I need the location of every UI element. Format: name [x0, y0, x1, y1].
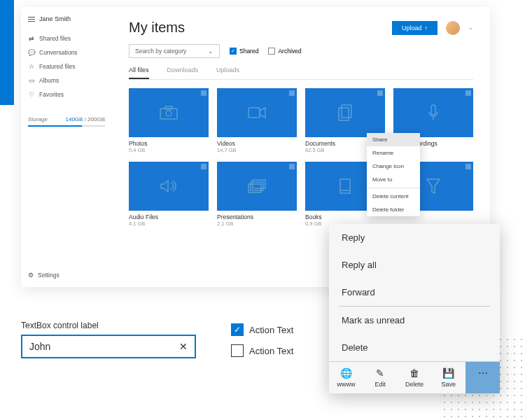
textbox-label: TextBox control label	[21, 321, 196, 330]
menu-mark-unread[interactable]: Mark as unread	[329, 307, 500, 334]
checkbox-icon: ✓	[231, 323, 244, 336]
document-icon	[337, 104, 353, 122]
nav-conversations[interactable]: 💬Conversations	[28, 46, 105, 59]
svg-rect-6	[431, 105, 435, 115]
upload-button[interactable]: Upload ↑	[392, 21, 438, 35]
tile-grid: Photos 5,4 GB Videos 14,7 GB Documents 8…	[129, 88, 473, 227]
globe-icon: 🌐	[340, 368, 352, 379]
menu-reply-all[interactable]: Reply all	[329, 251, 500, 279]
nav-favorites[interactable]: ♡Favorites	[28, 88, 105, 101]
tabs: All files Downloads Uploads	[129, 66, 473, 80]
book-icon	[338, 178, 352, 195]
ctx-rename[interactable]: Rename	[367, 146, 420, 160]
clear-icon[interactable]: ✕	[179, 341, 188, 352]
svg-point-1	[166, 111, 172, 116]
svg-rect-2	[165, 106, 172, 109]
video-icon	[247, 106, 267, 119]
menu-toolbar: 🌐wwww ✎Edit 🗑Delete 💾Save ⋯	[329, 361, 500, 393]
tile-context-menu: Share Rename Change icon Move to Delete …	[367, 133, 420, 216]
user-name: Jane Smith	[39, 15, 71, 22]
toolbar-delete[interactable]: 🗑Delete	[398, 362, 432, 393]
chat-icon: 💬	[28, 49, 35, 56]
heart-icon: ♡	[28, 91, 35, 98]
storage-bar	[28, 125, 105, 127]
checkbox-demo: ✓ Action Text Action Text	[231, 323, 293, 365]
ctx-move-to[interactable]: Move to	[367, 173, 420, 186]
svg-rect-4	[342, 105, 351, 118]
action-unchecked[interactable]: Action Text	[231, 344, 293, 357]
nav-list: ⇄Shared files 💬Conversations ☆Featured f…	[28, 32, 105, 102]
storage-section: Storage 140GB / 200GB	[28, 116, 105, 127]
tab-all-files[interactable]: All files	[129, 66, 149, 79]
menu-forward[interactable]: Forward	[329, 279, 500, 306]
ctx-delete-content[interactable]: Delete content	[367, 190, 420, 203]
sidebar-header: Jane Smith	[28, 15, 105, 22]
toolbar-edit[interactable]: ✎Edit	[363, 362, 398, 393]
tile-audio[interactable]: Audio Files 4,1 GB	[129, 162, 209, 227]
settings-link[interactable]: ⚙ Settings	[28, 272, 105, 279]
action-checked[interactable]: ✓ Action Text	[231, 323, 293, 336]
mic-icon	[427, 104, 440, 122]
slides-icon	[247, 178, 267, 194]
textbox-demo: TextBox control label John ✕	[21, 321, 196, 358]
tile-presentations[interactable]: Presentations 2,1 GB	[217, 162, 297, 227]
checkbox-icon	[231, 344, 244, 357]
storage-total: 200GB	[88, 116, 105, 122]
album-icon: ▭	[28, 77, 35, 84]
hamburger-icon[interactable]	[28, 17, 35, 22]
sidebar: Jane Smith ⇄Shared files 💬Conversations …	[21, 7, 112, 287]
star-icon: ☆	[28, 63, 35, 70]
tab-uploads[interactable]: Uploads	[216, 66, 239, 79]
message-context-menu: Reply Reply all Forward Mark as unread D…	[329, 224, 500, 393]
page-title: My items	[129, 20, 185, 36]
archived-checkbox[interactable]: Archived	[268, 48, 301, 55]
gear-icon: ⚙	[28, 272, 34, 279]
toolbar-more[interactable]: ⋯	[465, 362, 500, 393]
menu-delete[interactable]: Delete	[329, 334, 500, 361]
more-icon: ⋯	[478, 368, 488, 379]
upload-icon: ↑	[425, 24, 428, 31]
textbox-input[interactable]: John ✕	[21, 335, 196, 358]
accent-block	[0, 0, 14, 105]
nav-featured[interactable]: ☆Featured files	[28, 60, 105, 73]
checkbox-icon	[268, 48, 275, 55]
tile-photos[interactable]: Photos 5,4 GB	[129, 88, 209, 153]
ctx-delete-folder[interactable]: Delete folder	[367, 203, 420, 216]
toolbar-www[interactable]: 🌐wwww	[329, 362, 363, 393]
toolbar-save[interactable]: 💾Save	[431, 362, 465, 393]
menu-reply[interactable]: Reply	[329, 224, 500, 251]
trash-icon: 🗑	[410, 368, 419, 379]
funnel-icon	[426, 178, 441, 195]
ctx-share[interactable]: Share	[367, 133, 420, 146]
svg-rect-11	[340, 179, 350, 193]
tab-downloads[interactable]: Downloads	[167, 66, 199, 79]
nav-shared-files[interactable]: ⇄Shared files	[28, 32, 105, 45]
tile-videos[interactable]: Videos 14,7 GB	[217, 88, 297, 153]
category-select[interactable]: Search by category ⌄	[129, 44, 220, 58]
chevron-down-icon: ⌄	[208, 48, 214, 55]
divider	[367, 188, 420, 188]
share-icon: ⇄	[28, 35, 35, 42]
save-icon: 💾	[442, 368, 454, 379]
edit-icon: ✎	[376, 368, 384, 379]
checkbox-icon: ✓	[230, 48, 237, 55]
ctx-change-icon[interactable]: Change icon	[367, 160, 420, 173]
shared-checkbox[interactable]: ✓ Shared	[230, 48, 258, 55]
svg-rect-3	[248, 108, 260, 118]
avatar[interactable]	[446, 21, 460, 35]
camera-icon	[159, 105, 178, 120]
speaker-icon	[160, 178, 178, 194]
storage-used: 140GB	[66, 116, 83, 122]
nav-albums[interactable]: ▭Albums	[28, 74, 105, 87]
chevron-down-icon[interactable]: ⌄	[468, 24, 473, 31]
svg-rect-5	[339, 108, 349, 120]
storage-label: Storage	[28, 116, 48, 122]
textbox-value: John	[29, 341, 50, 352]
